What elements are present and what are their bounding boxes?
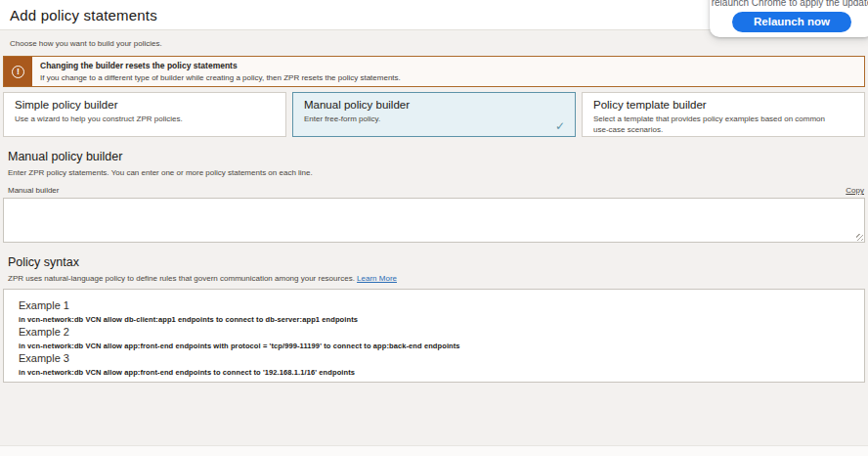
example-label: Example 3 — [19, 352, 854, 364]
learn-more-link[interactable]: Learn More — [357, 274, 397, 283]
warning-stripe: ! — [4, 57, 32, 86]
policy-syntax-section-title: Policy syntax — [8, 255, 865, 269]
manual-builder-field-label: Manual builder — [8, 186, 59, 195]
manual-builder-textarea[interactable] — [3, 198, 865, 243]
card-description: Enter free-form policy. — [304, 114, 548, 125]
example-label: Example 1 — [19, 299, 854, 311]
card-description: Use a wizard to help you construct ZPR p… — [15, 114, 259, 125]
manual-builder-textarea-wrap — [3, 198, 865, 243]
card-title: Policy template builder — [593, 99, 853, 111]
policy-syntax-examples-box: Example 1 in vcn-network:db VCN allow db… — [3, 289, 865, 383]
manual-builder-section-description: Enter ZPR policy statements. You can ent… — [8, 168, 865, 177]
relaunch-toast: relaunch Chrome to apply the update Rela… — [710, 0, 868, 37]
card-policy-template-builder[interactable]: Policy template builder Select a templat… — [582, 92, 865, 137]
warning-title: Changing the builder resets the policy s… — [40, 61, 401, 70]
builder-cards-row: Simple policy builder Use a wizard to he… — [3, 92, 865, 137]
policy-syntax-description: ZPR uses natural-language policy to defi… — [8, 274, 865, 283]
copy-link[interactable]: Copy — [846, 186, 864, 195]
warning-body: If you change to a different type of bui… — [40, 73, 401, 82]
example-statement: in vcn-network:db VCN allow app:front-en… — [19, 342, 854, 350]
card-description: Select a template that provides policy e… — [593, 114, 838, 136]
page-title: Add policy statements — [10, 7, 157, 23]
example-label: Example 2 — [19, 326, 854, 338]
example-statement: in vcn-network:db VCN allow db-client:ap… — [19, 315, 854, 324]
card-simple-policy-builder[interactable]: Simple policy builder Use a wizard to he… — [3, 92, 286, 137]
card-title: Simple policy builder — [15, 99, 275, 111]
card-title: Manual policy builder — [304, 99, 564, 111]
example-statement: in vcn-network:db VCN allow app:front-en… — [19, 368, 854, 377]
warning-banner: ! Changing the builder resets the policy… — [3, 56, 865, 87]
relaunch-now-button[interactable]: Relaunch now — [732, 12, 851, 32]
resize-grip[interactable] — [856, 234, 863, 241]
warning-text: Changing the builder resets the policy s… — [32, 57, 411, 86]
card-manual-policy-builder[interactable]: Manual policy builder Enter free-form po… — [292, 92, 576, 137]
check-icon: ✓ — [555, 119, 565, 133]
manual-builder-field-row: Manual builder Copy — [8, 186, 864, 195]
intro-text: Choose how you want to build your polici… — [10, 39, 865, 48]
manual-builder-section-title: Manual policy builder — [8, 150, 865, 163]
warning-exclamation-icon: ! — [12, 66, 24, 78]
toast-message: relaunch Chrome to apply the update — [710, 0, 868, 8]
policy-syntax-description-text: ZPR uses natural-language policy to defi… — [8, 274, 355, 283]
main-content: Choose how you want to build your polici… — [0, 39, 868, 383]
footer-strip — [0, 445, 868, 456]
